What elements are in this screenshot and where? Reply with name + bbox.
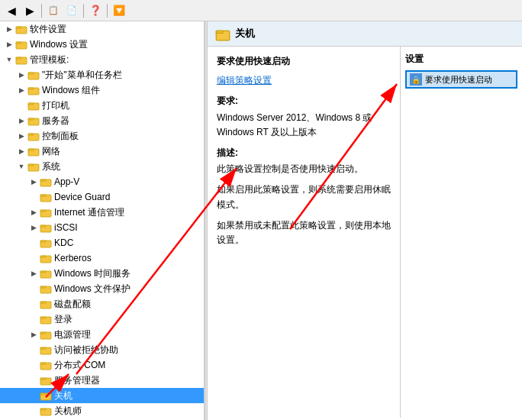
- tree-item-software-settings[interactable]: ▶ 软件设置: [0, 21, 204, 37]
- expander-icon: ▶: [15, 130, 27, 142]
- expander-placeholder: [15, 99, 27, 111]
- requirements-section: 要求: Windows Server 2012、Windows 8 或 Wind…: [217, 94, 391, 140]
- tree-item-control-panel[interactable]: ▶ 控制面板: [0, 128, 204, 144]
- tree-item-label: "开始"菜单和任务栏: [42, 69, 122, 82]
- tree-item-label: 关机师: [54, 405, 82, 418]
- edit-policy-link[interactable]: 编辑策略设置: [217, 75, 272, 86]
- svg-rect-5: [16, 57, 21, 59]
- folder-icon: [40, 344, 52, 356]
- folder-icon: [40, 206, 52, 218]
- tree-item-kdc[interactable]: KDC: [0, 235, 204, 250]
- tree-item-label: 电源管理: [54, 328, 91, 341]
- content-panel: 关机 要求使用快速启动 编辑策略设置 要求: Windows Server 20…: [208, 21, 522, 420]
- tree-item-driver[interactable]: 关机师: [0, 403, 204, 418]
- tree-item-label: 关机: [54, 389, 72, 402]
- tree-item-login[interactable]: 登录: [0, 312, 204, 327]
- tree-panel: ▶ 软件设置 ▶ Windows 设置 ▼ 管理模板: ▶ "开始"菜单和任务栏…: [0, 21, 205, 420]
- expander-icon: ▶: [15, 145, 27, 157]
- expander-icon: ▶: [3, 23, 15, 35]
- tree-item-power-mgmt[interactable]: ▶ 电源管理: [0, 327, 204, 342]
- tree-item-label: Device Guard: [54, 192, 110, 202]
- content-header-icon: [215, 26, 230, 41]
- folder-icon: [27, 130, 40, 142]
- forward-button[interactable]: ▶: [21, 2, 38, 19]
- tree-item-system[interactable]: ▼ 系统: [0, 159, 204, 174]
- tree-item-label: 网络: [42, 145, 60, 158]
- svg-rect-29: [40, 241, 46, 242]
- svg-rect-43: [40, 347, 46, 349]
- tree-item-network[interactable]: ▶ 网络: [0, 144, 204, 159]
- expander-placeholder: [27, 405, 40, 417]
- svg-rect-31: [40, 256, 46, 257]
- help-button[interactable]: ❓: [87, 2, 104, 19]
- tree-item-label: 服务管理器: [54, 374, 100, 387]
- tree-item-label: Windows 设置: [30, 38, 88, 51]
- tree-item-internet-comm[interactable]: ▶ Internet 通信管理: [0, 205, 204, 220]
- tree-item-server[interactable]: ▶ 服务器: [0, 113, 204, 128]
- tree-item-disk-quota[interactable]: 磁盘配额: [0, 296, 204, 312]
- tree-item-access-denied[interactable]: 访问被拒绝协助: [0, 342, 204, 357]
- tree-item-label: Kerberos: [54, 253, 92, 263]
- tree-item-kerberos[interactable]: Kerberos: [0, 250, 204, 266]
- expander-placeholder: [27, 374, 40, 386]
- tree-item-start-menu[interactable]: ▶ "开始"菜单和任务栏: [0, 67, 204, 82]
- view-button[interactable]: 📋: [45, 2, 62, 19]
- tree-item-iscsi[interactable]: ▶ iSCSI: [0, 220, 204, 235]
- expander-icon: ▼: [15, 160, 27, 173]
- tree-item-distributed-com[interactable]: 分布式 COM: [0, 357, 204, 373]
- expander-placeholder: [27, 283, 40, 295]
- settings-item-icon: 🔒: [410, 73, 422, 86]
- tree-item-windows-components[interactable]: ▶ Windows 组件: [0, 82, 204, 98]
- expander-icon: ▶: [27, 206, 40, 218]
- filter-button[interactable]: 🔽: [111, 2, 127, 19]
- tree-item-device-guard[interactable]: Device Guard: [0, 189, 204, 205]
- expander-icon: ▶: [27, 221, 40, 234]
- content-description: 要求使用快速启动 编辑策略设置 要求: Windows Server 2012、…: [208, 47, 400, 418]
- folder-icon: [27, 69, 40, 81]
- expander-icon: ▶: [27, 176, 40, 188]
- svg-rect-35: [40, 286, 46, 288]
- tree-item-label: Windows 组件: [42, 84, 100, 97]
- folder-icon: [40, 267, 52, 279]
- policy-title: 要求使用快速启动: [217, 54, 391, 69]
- folder-icon: [40, 313, 52, 325]
- folder-icon: [15, 53, 27, 66]
- svg-rect-41: [40, 332, 46, 334]
- expander-placeholder: [27, 344, 40, 356]
- settings-item-fast-startup[interactable]: 🔒 要求使用快速启动: [405, 70, 517, 89]
- expander-icon: ▶: [15, 84, 27, 96]
- tree-item-windows-time[interactable]: ▶ Windows 时间服务: [0, 266, 204, 281]
- tree-item-service-mgr[interactable]: 服务管理器: [0, 373, 204, 388]
- content-body: 要求使用快速启动 编辑策略设置 要求: Windows Server 2012、…: [208, 47, 522, 418]
- file-button[interactable]: 📄: [63, 2, 80, 19]
- tree-item-app-v[interactable]: ▶ App-V: [0, 174, 204, 189]
- expander-placeholder: [27, 191, 40, 203]
- svg-rect-23: [40, 195, 46, 196]
- folder-icon: [27, 160, 40, 173]
- expander-icon: ▶: [27, 328, 40, 341]
- folder-icon: [15, 38, 27, 50]
- folder-icon: [40, 374, 52, 386]
- tree-item-label: 登录: [54, 313, 72, 326]
- tree-item-computer[interactable]: 关机: [0, 388, 204, 403]
- svg-rect-21: [40, 179, 46, 181]
- folder-icon: [40, 328, 52, 341]
- tree-item-label: iSCSI: [54, 222, 78, 233]
- folder-icon: [40, 359, 52, 371]
- svg-rect-11: [28, 103, 34, 105]
- tree-item-admin-templates[interactable]: ▼ 管理模板:: [0, 52, 204, 67]
- folder-icon: [40, 252, 52, 264]
- para1-text: 如果启用此策略设置，则系统需要启用休眠模式。: [217, 183, 391, 212]
- tree-item-windows-file[interactable]: Windows 文件保护: [0, 281, 204, 296]
- folder-icon: [40, 405, 52, 417]
- main-container: ▶ 软件设置 ▶ Windows 设置 ▼ 管理模板: ▶ "开始"菜单和任务栏…: [0, 21, 522, 420]
- folder-icon: [27, 99, 40, 111]
- para2-section: 如果禁用或未配置此策略设置，则使用本地设置。: [217, 218, 391, 247]
- svg-rect-33: [40, 271, 46, 273]
- tree-item-windows-settings[interactable]: ▶ Windows 设置: [0, 37, 204, 52]
- tree-item-label: App-V: [54, 176, 79, 187]
- para2-text: 如果禁用或未配置此策略设置，则使用本地设置。: [217, 218, 391, 247]
- back-button[interactable]: ◀: [3, 2, 20, 19]
- expander-icon: ▶: [15, 69, 27, 81]
- tree-item-printer[interactable]: 打印机: [0, 98, 204, 113]
